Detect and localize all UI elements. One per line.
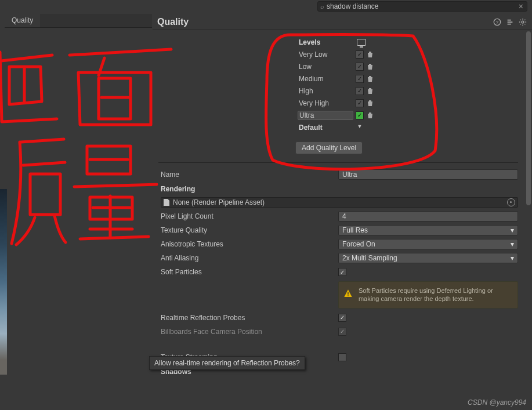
- chevron-down-icon: ▾: [511, 240, 514, 248]
- levels-header-label: Levels: [298, 38, 353, 46]
- texture-streaming-checkbox[interactable]: [338, 353, 346, 361]
- quality-level-row[interactable]: Very High: [298, 97, 518, 109]
- soft-particles-warning: Soft Particles require using Deferred Li…: [338, 281, 518, 309]
- project-settings-sidebar: Quality: [5, 14, 152, 410]
- anisotropic-textures-value: Forced On: [342, 240, 375, 248]
- anti-aliasing-label: Anti Aliasing: [158, 254, 338, 262]
- quality-level-row[interactable]: Low: [298, 60, 518, 72]
- billboards-face-camera-label: Billboards Face Camera Position: [158, 328, 338, 336]
- realtime-reflection-probes-checkbox[interactable]: [338, 314, 346, 322]
- asset-file-icon: [164, 199, 169, 206]
- help-icon[interactable]: ?: [493, 17, 502, 27]
- level-enabled-checkbox[interactable]: [356, 50, 364, 59]
- anti-aliasing-value: 2x Multi Sampling: [342, 254, 397, 262]
- level-enabled-checkbox[interactable]: [356, 111, 364, 119]
- level-enabled-checkbox[interactable]: [356, 99, 364, 107]
- svg-rect-4: [348, 295, 348, 296]
- clear-search-icon[interactable]: ×: [515, 2, 527, 11]
- page-title: Quality: [157, 17, 489, 27]
- render-pipeline-asset-value: None (Render Pipeline Asset): [173, 198, 265, 206]
- svg-text:?: ?: [496, 19, 499, 24]
- quality-level-name: Very Low: [298, 50, 353, 59]
- anisotropic-textures-label: Anisotropic Textures: [158, 240, 338, 248]
- scene-preview-strip: [0, 189, 7, 375]
- level-enabled-checkbox[interactable]: [356, 63, 364, 71]
- search-field[interactable]: ⌕ ×: [317, 1, 527, 12]
- billboards-face-camera-checkbox[interactable]: [338, 328, 346, 336]
- inspector-panel: Quality ? Levels Very Low Low: [153, 14, 532, 410]
- vertical-scrollbar[interactable]: [526, 31, 531, 205]
- anti-aliasing-dropdown[interactable]: 2x Multi Sampling ▾: [338, 253, 518, 263]
- svg-point-2: [522, 21, 524, 23]
- texture-quality-dropdown[interactable]: Full Res ▾: [338, 225, 518, 235]
- delete-level-icon[interactable]: [366, 75, 374, 83]
- gear-icon[interactable]: [518, 17, 527, 27]
- delete-level-icon[interactable]: [366, 50, 374, 59]
- soft-particles-checkbox[interactable]: [338, 268, 346, 276]
- quality-level-row[interactable]: Very Low: [298, 48, 518, 60]
- quality-level-row[interactable]: Ultra: [298, 109, 518, 121]
- name-field-input[interactable]: [338, 169, 518, 180]
- pixel-light-count-input[interactable]: [338, 211, 518, 222]
- top-toolbar: ⌕ ×: [0, 0, 532, 14]
- divider: [158, 162, 518, 163]
- warning-icon: [343, 286, 353, 300]
- texture-quality-label: Texture Quality: [158, 226, 338, 234]
- delete-level-icon[interactable]: [366, 111, 374, 119]
- pixel-light-count-label: Pixel Light Count: [158, 212, 338, 220]
- watermark-text: CSDN @yancy994: [468, 398, 526, 407]
- level-enabled-checkbox[interactable]: [356, 75, 364, 83]
- platform-standalone-icon: [357, 39, 366, 46]
- panel-header: Quality ?: [153, 14, 532, 30]
- quality-settings-body: Levels Very Low Low Medium High: [153, 30, 525, 410]
- soft-particles-label: Soft Particles: [158, 268, 338, 276]
- add-quality-level-button[interactable]: Add Quality Level: [295, 141, 363, 154]
- quality-level-name: Very High: [298, 99, 353, 107]
- quality-level-name: Medium: [298, 75, 353, 83]
- anisotropic-textures-dropdown[interactable]: Forced On ▾: [338, 239, 518, 249]
- svg-rect-3: [348, 292, 348, 295]
- quality-levels-table: Levels Very Low Low Medium High: [158, 36, 518, 133]
- quality-level-row[interactable]: Medium: [298, 72, 518, 85]
- chevron-down-icon: ▾: [511, 254, 514, 262]
- name-field-label: Name: [158, 170, 338, 179]
- realtime-reflection-probes-label: Realtime Reflection Probes: [158, 314, 338, 322]
- tooltip: Allow real-time rendering of Reflection …: [149, 356, 305, 370]
- quality-level-row[interactable]: High: [298, 85, 518, 97]
- chevron-down-icon: ▾: [511, 226, 514, 234]
- level-enabled-checkbox[interactable]: [356, 87, 364, 95]
- object-picker-icon[interactable]: [507, 198, 515, 206]
- render-pipeline-asset-field[interactable]: None (Render Pipeline Asset): [161, 197, 518, 208]
- warning-text: Soft Particles require using Deferred Li…: [359, 286, 513, 303]
- texture-quality-value: Full Res: [342, 226, 368, 234]
- quality-level-name: Ultra: [298, 111, 353, 120]
- search-input[interactable]: [327, 2, 515, 10]
- search-icon: ⌕: [318, 3, 327, 10]
- delete-level-icon[interactable]: [366, 99, 374, 107]
- sidebar-tabs: Quality: [5, 14, 152, 28]
- delete-level-icon[interactable]: [366, 87, 374, 95]
- delete-level-icon[interactable]: [366, 63, 374, 71]
- rendering-section-header: Rendering: [158, 182, 518, 195]
- quality-level-name: High: [298, 87, 353, 95]
- sidebar-tab-quality[interactable]: Quality: [5, 14, 40, 27]
- default-platform-dropdown[interactable]: ▼: [356, 124, 364, 132]
- preset-icon[interactable]: [505, 17, 515, 27]
- quality-level-name: Low: [298, 63, 353, 71]
- default-label: Default: [298, 124, 353, 132]
